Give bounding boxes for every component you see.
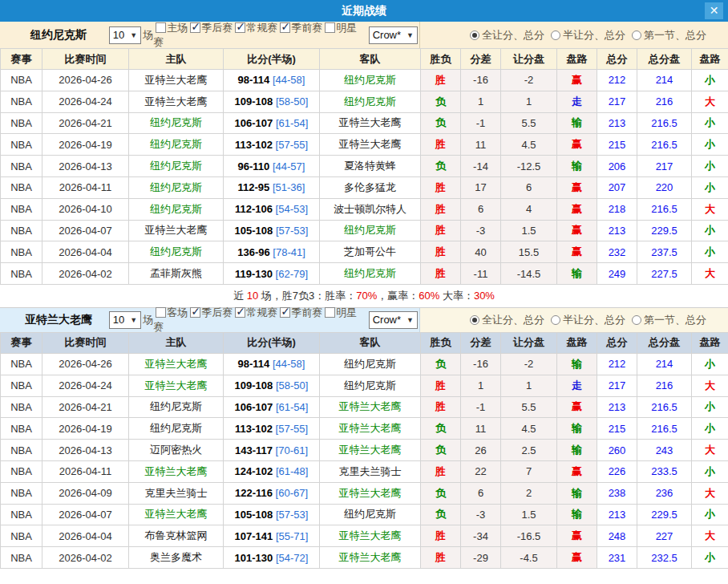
filter-checkbox[interactable] (235, 307, 245, 318)
handicap-line-cell: 1.5 (501, 504, 557, 525)
date-cell: 2026-04-07 (42, 220, 129, 241)
result-cell: 胜 (421, 525, 461, 547)
home-team-cell: 亚特兰大老鹰 (129, 70, 224, 91)
handicap-result-cell: 赢 (557, 176, 597, 198)
point-diff-cell: 6 (461, 198, 501, 220)
home-team-cell: 纽约尼克斯 (129, 134, 224, 156)
full-score: 96-110 (238, 160, 270, 172)
league-cell: NBA (1, 525, 42, 547)
league-cell: NBA (1, 263, 42, 285)
filter-checkbox-label: 季前赛 (291, 306, 322, 318)
home-team-cell: 亚特兰大老鹰 (129, 375, 224, 396)
chevron-down-icon: ▼ (406, 31, 414, 39)
odds-mode-radio[interactable] (551, 30, 560, 40)
date-cell: 2026-04-02 (42, 263, 129, 285)
league-cell: NBA (1, 418, 42, 440)
close-button[interactable]: ✕ (705, 2, 723, 19)
team-filter-select[interactable]: Crow* ▼ (369, 311, 418, 329)
filter-checkbox[interactable] (280, 22, 290, 33)
odds-mode-radio[interactable] (551, 315, 560, 325)
total-points-cell: 206 (597, 156, 637, 177)
close-icon: ✕ (710, 4, 719, 17)
total-points-cell: 249 (597, 263, 637, 285)
handicap-result-cell: 赢 (557, 525, 597, 547)
table-row: NBA2026-04-04布鲁克林篮网107-141 [55-71]亚特兰大老鹰… (1, 525, 728, 547)
home-team-cell: 纽约尼克斯 (129, 176, 224, 198)
home-team-cell: 纽约尼克斯 (129, 241, 224, 263)
handicap-line-cell: 1 (501, 91, 557, 112)
over-under-cell: 小 (692, 134, 728, 156)
filter-checkbox[interactable] (190, 22, 200, 33)
handicap-line-cell: 4.5 (501, 134, 557, 156)
full-score: 143-117 (235, 444, 273, 456)
handicap-result-cell: 输 (557, 418, 597, 440)
handicap-line-cell: -4.5 (501, 547, 557, 569)
odds-mode-radio-group: 全让分、总分半让分、总分第一节、总分 (420, 22, 728, 48)
odds-mode-radio[interactable] (632, 30, 641, 40)
over-under-cell: 大 (692, 198, 728, 220)
home-team-cell: 纽约尼克斯 (129, 418, 224, 440)
column-header: 主队 (129, 49, 224, 70)
home-team-cell: 亚特兰大老鹰 (129, 91, 224, 112)
home-team-cell: 奥兰多魔术 (129, 547, 224, 569)
odds-mode-radio-label: 第一节、总分 (644, 313, 706, 327)
total-points-cell: 217 (597, 91, 637, 112)
filter-checkbox[interactable] (235, 22, 245, 33)
table-row: NBA2026-04-02奥兰多魔术101-130 [54-72]亚特兰大老鹰胜… (1, 547, 728, 569)
point-diff-cell: -16 (461, 70, 501, 91)
total-line-cell: 236 (637, 482, 692, 504)
total-points-cell: 217 (597, 375, 637, 396)
table-row: NBA2026-04-11亚特兰大老鹰124-102 [61-48]克里夫兰骑士… (1, 460, 728, 482)
result-cell: 负 (421, 91, 461, 112)
away-team-cell: 亚特兰大老鹰 (320, 396, 421, 418)
table-row: NBA2026-04-24亚特兰大老鹰109-108 [58-50]纽约尼克斯负… (1, 91, 728, 112)
games-count-select[interactable]: 10 ▼ (109, 311, 141, 329)
total-points-cell: 231 (597, 547, 637, 569)
point-diff-cell: 17 (461, 176, 501, 198)
handicap-line-cell: -14.5 (501, 263, 557, 285)
filter-checkbox[interactable] (280, 307, 290, 318)
handicap-result-cell: 输 (557, 156, 597, 177)
column-header: 比分(半场) (224, 49, 320, 70)
team-filter-select[interactable]: Crow* ▼ (369, 26, 418, 44)
odds-mode-radio-label: 第一节、总分 (644, 28, 706, 43)
over-under-cell: 大 (692, 375, 728, 396)
result-cell: 胜 (421, 460, 461, 482)
column-header: 赛事 (1, 49, 42, 70)
full-score: 98-114 (238, 358, 270, 370)
total-line-cell: 237.5 (637, 241, 692, 263)
result-cell: 胜 (421, 263, 461, 285)
table-row: NBA2026-04-04纽约尼克斯136-96 [78-41]芝加哥公牛胜40… (1, 241, 728, 263)
odds-mode-radio[interactable] (632, 315, 641, 325)
total-points-cell: 238 (597, 482, 637, 504)
filter-checkbox[interactable] (156, 307, 166, 318)
over-under-cell: 小 (692, 460, 728, 482)
full-score: 106-107 (235, 401, 273, 413)
full-score: 112-95 (238, 181, 270, 193)
table-row: NBA2026-04-19纽约尼克斯113-102 [57-55]亚特兰大老鹰胜… (1, 134, 728, 156)
chevron-down-icon: ▼ (130, 31, 137, 39)
score-cell: 107-141 [55-71] (224, 525, 320, 547)
total-points-cell: 212 (597, 70, 637, 91)
half-score: [70-61] (276, 444, 308, 456)
odds-mode-radio[interactable] (470, 30, 479, 40)
result-cell: 负 (421, 482, 461, 504)
odds-mode-radio[interactable] (470, 315, 479, 325)
total-line-cell: 220 (637, 176, 692, 198)
point-diff-cell: -34 (461, 525, 501, 547)
filter-checkbox[interactable] (190, 307, 200, 318)
over-under-cell: 大 (692, 482, 728, 504)
filter-checkbox[interactable] (156, 22, 166, 33)
filter-checkbox[interactable] (325, 22, 335, 33)
games-count-select[interactable]: 10 ▼ (109, 26, 141, 44)
team-record-section-knicks: 纽约尼克斯 10 ▼ 场 主场季后赛常规赛季前赛明星赛 Crow* ▼ 全让分、… (0, 22, 728, 307)
filter-checkbox[interactable] (325, 307, 335, 318)
record-summary: 近 10 场，胜7负3：胜率：70%，赢率：60% 大率：30% (0, 285, 728, 307)
away-team-cell: 亚特兰大老鹰 (320, 134, 421, 156)
point-diff-cell: -1 (461, 112, 501, 134)
away-team-cell: 波士顿凯尔特人 (320, 198, 421, 220)
date-cell: 2026-04-11 (42, 460, 129, 482)
away-team-cell: 纽约尼克斯 (320, 70, 421, 91)
filter-checkbox-label: 客场 (167, 306, 188, 318)
home-team-cell: 亚特兰大老鹰 (129, 460, 224, 482)
